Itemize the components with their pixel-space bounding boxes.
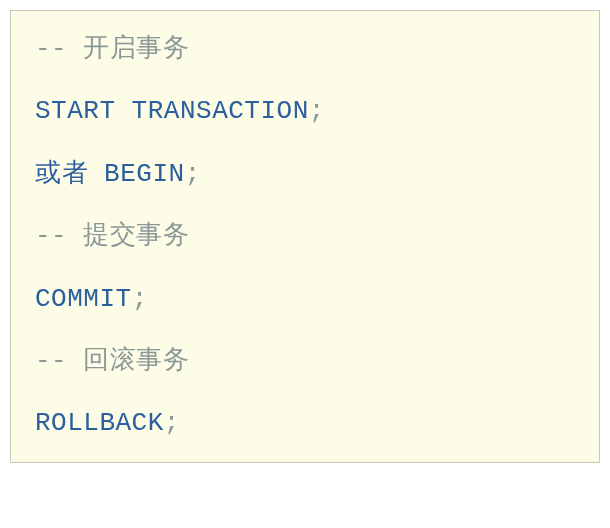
code-line-mixed: 或者 BEGIN;	[35, 156, 575, 192]
punctuation: ;	[185, 159, 201, 189]
code-line-statement: START TRANSACTION;	[35, 93, 575, 129]
punctuation: ;	[132, 284, 148, 314]
prefix-text: 或者	[35, 159, 104, 189]
comment-text: -- 开启事务	[35, 34, 189, 64]
code-line-comment: -- 开启事务	[35, 31, 575, 67]
comment-text: -- 提交事务	[35, 221, 189, 251]
code-line-comment: -- 回滚事务	[35, 343, 575, 379]
comment-text: -- 回滚事务	[35, 346, 189, 376]
code-line-statement: COMMIT;	[35, 281, 575, 317]
code-line-comment: -- 提交事务	[35, 218, 575, 254]
keyword-text: BEGIN	[104, 159, 185, 189]
keyword-text: ROLLBACK	[35, 408, 164, 438]
punctuation: ;	[309, 96, 325, 126]
keyword-text: COMMIT	[35, 284, 132, 314]
punctuation: ;	[164, 408, 180, 438]
keyword-text: START TRANSACTION	[35, 96, 309, 126]
sql-code-block: -- 开启事务 START TRANSACTION; 或者 BEGIN; -- …	[10, 10, 600, 463]
code-line-statement: ROLLBACK;	[35, 405, 575, 441]
